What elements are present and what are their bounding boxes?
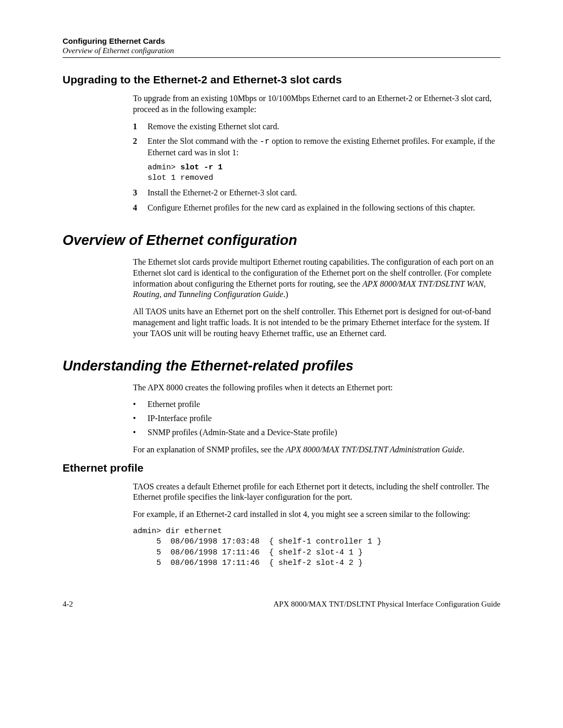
step-text: Enter the Slot command with the -r optio… bbox=[148, 136, 500, 158]
section-ethernet-profile-body: TAOS creates a default Ethernet profile … bbox=[133, 482, 500, 569]
understanding-p2-b: . bbox=[462, 445, 464, 454]
step-text: Configure Ethernet profiles for the new … bbox=[148, 203, 500, 214]
understanding-p2-a: For an explanation of SNMP profiles, see… bbox=[133, 445, 286, 454]
running-header-italic: Overview of Ethernet configuration bbox=[63, 46, 500, 55]
step-1: 1 Remove the existing Ethernet slot card… bbox=[133, 121, 500, 132]
step-text: Install the Ethernet-2 or Ethernet-3 slo… bbox=[148, 188, 500, 199]
cmd-output-line: 5 08/06/1998 17:03:48 { shelf-1 controll… bbox=[133, 537, 382, 546]
step-number: 1 bbox=[133, 121, 148, 132]
page-number: 4-2 bbox=[63, 600, 73, 609]
header-rule bbox=[63, 57, 500, 58]
step-4: 4 Configure Ethernet profiles for the ne… bbox=[133, 203, 500, 214]
overview-p1: The Ethernet slot cards provide multipor… bbox=[133, 257, 500, 300]
bullet-text: Ethernet profile bbox=[148, 399, 500, 410]
cmd-input: dir ethernet bbox=[166, 527, 222, 536]
section-overview-body: The Ethernet slot cards provide multipor… bbox=[133, 257, 500, 339]
cmd-output-line: 5 08/06/1998 17:11:46 { shelf-2 slot-4 1… bbox=[133, 548, 363, 557]
upgrading-intro: To upgrade from an existing 10Mbps or 10… bbox=[133, 93, 500, 115]
bullet-ip-interface: • IP-Interface profile bbox=[133, 413, 500, 424]
step-3: 3 Install the Ethernet-2 or Ethernet-3 s… bbox=[133, 188, 500, 199]
ethernet-profile-p2: For example, if an Ethernet-2 card insta… bbox=[133, 509, 500, 520]
section-understanding-body: The APX 8000 creates the following profi… bbox=[133, 382, 500, 455]
understanding-p2-ital: APX 8000/MAX TNT/DSLTNT Administration G… bbox=[286, 445, 462, 454]
cmd-prompt: admin> bbox=[148, 163, 180, 172]
section-upgrading-title: Upgrading to the Ethernet-2 and Ethernet… bbox=[63, 73, 500, 86]
page: Configuring Ethernet Cards Overview of E… bbox=[0, 0, 563, 635]
command-block-slot: admin> slot -r 1 slot 1 removed bbox=[148, 163, 500, 184]
step-number: 2 bbox=[133, 136, 148, 158]
footer-title: APX 8000/MAX TNT/DSLTNT Physical Interfa… bbox=[273, 600, 500, 609]
cmd-output-line: 5 08/06/1998 17:11:46 { shelf-2 slot-4 2… bbox=[133, 559, 363, 567]
command-block-dir: admin> dir ethernet 5 08/06/1998 17:03:4… bbox=[133, 526, 500, 569]
bullet-glyph: • bbox=[133, 399, 148, 410]
overview-p2: All TAOS units have an Ethernet port on … bbox=[133, 306, 500, 339]
bullet-text: IP-Interface profile bbox=[148, 413, 500, 424]
step-number: 4 bbox=[133, 203, 148, 214]
overview-p1-b: .) bbox=[283, 290, 288, 299]
step-text: Remove the existing Ethernet slot card. bbox=[148, 121, 500, 132]
bullet-ethernet-profile: • Ethernet profile bbox=[133, 399, 500, 410]
section-ethernet-profile-title: Ethernet profile bbox=[63, 462, 500, 474]
cmd-input: slot -r 1 bbox=[180, 163, 223, 172]
bullet-glyph: • bbox=[133, 427, 148, 438]
understanding-intro: The APX 8000 creates the following profi… bbox=[133, 382, 500, 393]
section-upgrading-body: To upgrade from an existing 10Mbps or 10… bbox=[133, 93, 500, 214]
ethernet-profile-p1: TAOS creates a default Ethernet profile … bbox=[133, 482, 500, 503]
step-number: 3 bbox=[133, 188, 148, 199]
running-header-bold: Configuring Ethernet Cards bbox=[63, 36, 500, 45]
cmd-output: slot 1 removed bbox=[148, 173, 500, 183]
step2-text-a: Enter the Slot command with the bbox=[148, 137, 260, 145]
bullet-text: SNMP profiles (Admin-State and a Device-… bbox=[148, 427, 500, 438]
page-footer: 4-2 APX 8000/MAX TNT/DSLTNT Physical Int… bbox=[63, 600, 500, 609]
cmd-prompt: admin> bbox=[133, 527, 166, 536]
section-overview-title: Overview of Ethernet configuration bbox=[63, 232, 500, 249]
step2-option: -r bbox=[260, 137, 270, 146]
bullet-snmp: • SNMP profiles (Admin-State and a Devic… bbox=[133, 427, 500, 438]
understanding-p2: For an explanation of SNMP profiles, see… bbox=[133, 445, 500, 455]
step-2: 2 Enter the Slot command with the -r opt… bbox=[133, 136, 500, 158]
bullet-glyph: • bbox=[133, 413, 148, 424]
section-understanding-title: Understanding the Ethernet-related profi… bbox=[63, 358, 500, 374]
